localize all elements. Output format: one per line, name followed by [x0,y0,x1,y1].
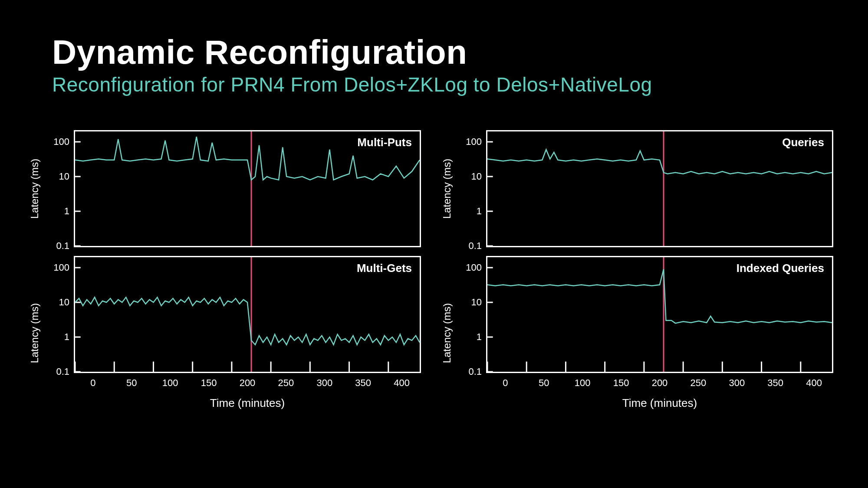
x-tick-labels: 050100150200250300350400 [74,377,421,389]
plot-area: Multi-Gets0.1110100 [74,256,421,373]
plot-title: Queries [782,136,824,149]
y-tick-labels: 0.1110100 [461,131,485,246]
x-axis-label: Time (minutes) [486,396,833,410]
y-tick-labels: 0.1110100 [461,257,485,372]
chart-multi_puts: Latency (ms)Multi-Puts0.1110100 [35,130,421,247]
y-tick-labels: 0.1110100 [49,131,73,246]
plot-area: Queries0.1110100 [486,130,833,247]
series-latency [487,150,832,174]
chart-queries: Latency (ms)Queries0.1110100 [447,130,833,247]
slide-title: Dynamic Reconfiguration [52,35,816,70]
y-tick-labels: 0.1110100 [49,257,73,372]
slide-subtitle: Reconfiguration for PRN4 From Delos+ZKLo… [52,73,816,96]
plot-title: Multi-Gets [357,262,412,275]
plot-title: Multi-Puts [357,136,412,149]
chart-multi_gets: Latency (ms)Multi-Gets0.1110100050100150… [35,256,421,410]
x-axis-label: Time (minutes) [74,396,421,410]
x-tick-labels: 050100150200250300350400 [486,377,833,389]
plot-title: Indexed Queries [736,262,824,275]
chart-indexed_queries: Latency (ms)Indexed Queries0.11101000501… [447,256,833,410]
series-latency [487,269,832,323]
plot-area: Multi-Puts0.1110100 [74,130,421,247]
plot-area: Indexed Queries0.1110100 [486,256,833,373]
series-latency [75,297,420,344]
slide-dynamic-reconfiguration: Dynamic Reconfiguration Reconfiguration … [0,0,868,488]
charts-grid: Latency (ms)Multi-Puts0.1110100Latency (… [35,130,833,410]
